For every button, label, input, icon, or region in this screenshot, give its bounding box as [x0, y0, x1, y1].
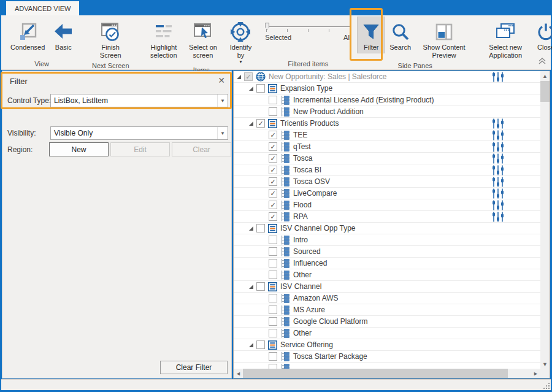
- row-checkbox[interactable]: [256, 282, 265, 291]
- tree-row[interactable]: MS Azure: [234, 304, 540, 316]
- row-checkbox[interactable]: [269, 306, 277, 314]
- tree-row[interactable]: Other: [234, 328, 540, 339]
- tree-row[interactable]: ✓Tosca: [234, 153, 540, 164]
- horizontal-scroll-thumb[interactable]: [243, 369, 508, 378]
- close-button[interactable]: Close: [532, 17, 552, 53]
- row-checkbox[interactable]: ✓: [269, 131, 277, 139]
- tree-row[interactable]: ISV Channel: [234, 281, 540, 293]
- filtered-items-slider[interactable]: [266, 26, 350, 27]
- row-checkbox[interactable]: ✓: [269, 201, 277, 209]
- tree-row[interactable]: Influenced: [234, 258, 540, 269]
- row-checkbox[interactable]: [256, 224, 265, 233]
- close-icon[interactable]: ✕: [218, 75, 225, 85]
- highlight-selection-button[interactable]: Highlight selection: [144, 17, 183, 61]
- chevron-down-icon[interactable]: ▼: [217, 94, 228, 107]
- scroll-up-icon[interactable]: ▲: [540, 71, 550, 80]
- tree-row[interactable]: ✓Tosca BI: [234, 164, 540, 176]
- condensed-button[interactable]: Condensed: [6, 17, 49, 53]
- show-content-preview-button[interactable]: Show Content Preview: [415, 17, 473, 61]
- tree-row[interactable]: [234, 363, 540, 369]
- filter-settings-icon[interactable]: [491, 153, 505, 166]
- tree-row[interactable]: Intro: [234, 234, 540, 246]
- collapse-ribbon-chevron-icon[interactable]: [537, 56, 547, 67]
- tree-row[interactable]: ✓TEE: [234, 129, 540, 141]
- filter-settings-icon[interactable]: [491, 72, 505, 84]
- row-checkbox[interactable]: [269, 247, 277, 256]
- tree-row[interactable]: Amazon AWS: [234, 293, 540, 304]
- tree-row[interactable]: ✓Tricentis Products: [234, 118, 540, 129]
- row-checkbox[interactable]: [269, 317, 277, 326]
- row-checkbox[interactable]: ✓: [269, 154, 277, 163]
- filter-settings-icon[interactable]: [491, 118, 505, 131]
- row-checkbox[interactable]: [269, 271, 277, 279]
- tree-row[interactable]: ✓qTest: [234, 141, 540, 153]
- filter-settings-icon[interactable]: [491, 188, 505, 201]
- tree-row[interactable]: ✓New Opportunity: Sales | Salesforce: [234, 71, 540, 83]
- tree-row[interactable]: Tosca Starter Package: [234, 351, 540, 363]
- identify-by-dropdown-caret[interactable]: ▾: [239, 60, 242, 64]
- chevron-down-icon[interactable]: ▼: [217, 127, 228, 139]
- vertical-scroll-thumb[interactable]: [540, 81, 550, 102]
- scroll-down-icon[interactable]: ▼: [540, 359, 550, 369]
- expander-icon[interactable]: [248, 283, 256, 291]
- row-checkbox[interactable]: ✓: [269, 212, 277, 221]
- expander-icon[interactable]: [248, 341, 256, 349]
- row-checkbox[interactable]: ✓: [269, 166, 277, 174]
- row-checkbox[interactable]: [269, 364, 277, 369]
- expander-icon[interactable]: [248, 120, 256, 128]
- identify-by-button[interactable]: Identify by ▾: [223, 17, 259, 66]
- tab-advanced-view[interactable]: ADVANCED VIEW: [6, 1, 79, 15]
- tree-row[interactable]: ✓RPA: [234, 211, 540, 223]
- basic-button[interactable]: Basic: [49, 17, 77, 53]
- tree-row[interactable]: ISV Channel Opp Type: [234, 223, 540, 234]
- select-new-application-button[interactable]: Select new Application: [479, 17, 532, 61]
- row-checkbox[interactable]: ✓: [256, 119, 265, 128]
- row-checkbox[interactable]: [269, 294, 277, 302]
- tree-row[interactable]: ✓Flood: [234, 199, 540, 211]
- row-checkbox[interactable]: [269, 259, 277, 267]
- tree-row[interactable]: Service Offering: [234, 339, 540, 351]
- vertical-scrollbar[interactable]: ▲ ▼: [540, 71, 550, 369]
- expander-icon[interactable]: [248, 85, 256, 93]
- filter-button[interactable]: Filter: [357, 17, 385, 53]
- tree-row[interactable]: ✓Tosca OSV: [234, 176, 540, 188]
- filter-settings-icon[interactable]: [491, 200, 505, 212]
- filter-settings-icon[interactable]: [491, 130, 505, 142]
- resize-grip-icon[interactable]: [543, 382, 550, 389]
- filter-settings-icon[interactable]: [491, 177, 505, 189]
- finish-screen-button[interactable]: Finish Screen: [93, 17, 128, 61]
- tree-row[interactable]: Google Cloud Platform: [234, 316, 540, 328]
- row-checkbox[interactable]: ✓: [244, 72, 253, 81]
- region-edit-button[interactable]: Edit: [110, 142, 170, 156]
- expander-icon[interactable]: [248, 225, 256, 233]
- filter-settings-icon[interactable]: [491, 165, 505, 177]
- visibility-combobox[interactable]: Visible Only ▼: [50, 126, 228, 140]
- tree-row[interactable]: Other: [234, 269, 540, 281]
- tree-row[interactable]: Expansion Type: [234, 83, 540, 94]
- row-checkbox[interactable]: ✓: [269, 177, 277, 186]
- row-checkbox[interactable]: [269, 236, 277, 244]
- select-on-screen-button[interactable]: Select on screen: [183, 17, 222, 61]
- row-checkbox[interactable]: [269, 352, 277, 361]
- row-checkbox[interactable]: [269, 329, 277, 337]
- filter-settings-icon[interactable]: [491, 212, 505, 224]
- row-checkbox[interactable]: [269, 96, 277, 104]
- row-checkbox[interactable]: ✓: [269, 142, 277, 151]
- region-new-button[interactable]: New: [49, 142, 109, 156]
- scroll-left-icon[interactable]: ◄: [234, 369, 243, 378]
- row-checkbox[interactable]: [269, 107, 277, 116]
- region-clear-button[interactable]: Clear: [172, 142, 231, 156]
- tree-row[interactable]: ✓LiveCompare: [234, 188, 540, 199]
- control-type-combobox[interactable]: ListBox, ListItem ▼: [50, 94, 228, 107]
- filter-settings-icon[interactable]: [491, 142, 505, 154]
- tree-row[interactable]: Incremental License Add (Existing Produc…: [234, 94, 540, 106]
- scroll-right-icon[interactable]: ►: [531, 369, 540, 378]
- search-button[interactable]: Search: [385, 17, 415, 53]
- expander-icon[interactable]: [236, 73, 243, 81]
- horizontal-scrollbar[interactable]: ◄ ►: [234, 369, 540, 378]
- clear-filter-button[interactable]: Clear Filter: [160, 361, 228, 374]
- tree-row[interactable]: New Product Addition: [234, 106, 540, 118]
- row-checkbox[interactable]: [256, 84, 265, 93]
- row-checkbox[interactable]: ✓: [269, 189, 277, 198]
- row-checkbox[interactable]: [256, 340, 265, 349]
